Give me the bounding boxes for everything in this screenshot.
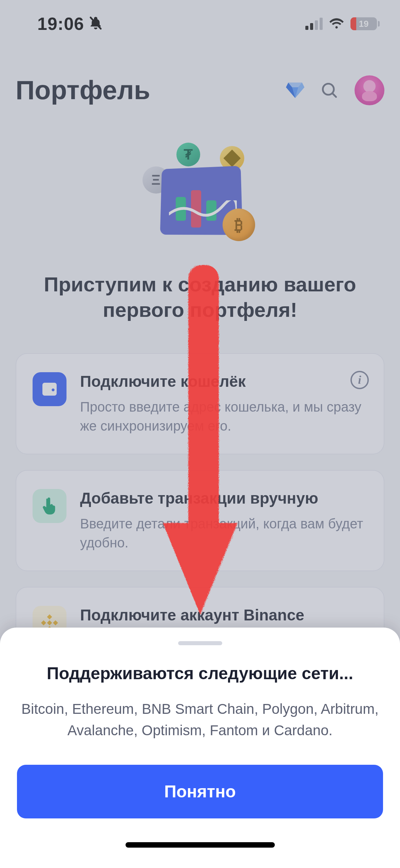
ok-button[interactable]: Понятно bbox=[17, 765, 383, 818]
bottom-sheet: Поддерживаются следующие сети... Bitcoin… bbox=[0, 628, 400, 868]
home-indicator[interactable] bbox=[126, 842, 275, 848]
sheet-grabber[interactable] bbox=[178, 641, 222, 645]
sheet-body: Bitcoin, Ethereum, BNB Smart Chain, Poly… bbox=[17, 698, 383, 741]
sheet-title: Поддерживаются следующие сети... bbox=[17, 664, 383, 683]
